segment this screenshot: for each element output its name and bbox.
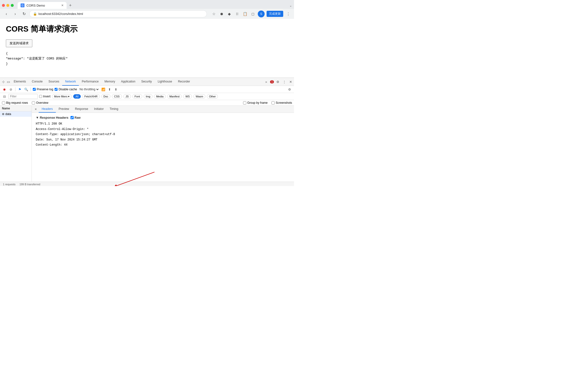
preserve-log-input[interactable] — [33, 88, 36, 91]
group-by-frame-checkbox[interactable] — [243, 101, 246, 105]
details-tab-response[interactable]: Response — [72, 106, 91, 113]
browser-chrome: G CORS Demo ✕ + ⌄ ‹ › ↻ 🔒 localhost:6334… — [0, 0, 294, 19]
refresh-btn[interactable]: ↻ — [21, 11, 27, 17]
upload-icon[interactable]: ⬆ — [107, 87, 112, 92]
details-tab-initiator[interactable]: Initiator — [91, 106, 106, 113]
big-rows-option[interactable]: Big request rows — [2, 101, 28, 105]
devtools-device-icon[interactable]: ▭ — [6, 79, 11, 84]
disable-cache-input[interactable] — [55, 88, 58, 91]
screenshots-checkbox[interactable] — [271, 101, 275, 105]
requests-list: Name ⚙ data — [0, 106, 32, 182]
tab-memory[interactable]: Memory — [102, 78, 118, 86]
filter-other-btn[interactable]: Other — [207, 94, 218, 99]
tab-security[interactable]: Security — [138, 78, 155, 86]
record-icon[interactable]: ⏺ — [219, 11, 224, 17]
download-icon[interactable]: ⬇ — [114, 87, 118, 92]
filter-js-btn[interactable]: JS — [123, 94, 131, 99]
details-tab-headers[interactable]: Headers — [39, 106, 56, 113]
close-devtools-icon[interactable]: ✕ — [288, 79, 293, 84]
search-icon[interactable]: 🔍 — [24, 87, 29, 92]
group-by-frame-option[interactable]: Group by frame — [243, 101, 268, 105]
details-tab-timing[interactable]: Timing — [107, 106, 121, 113]
header-line-3: Content-Type: application/json; charset=… — [36, 132, 290, 137]
stop-recording-icon[interactable]: ⏺ — [2, 87, 7, 92]
menu-icon[interactable]: ⋮ — [285, 11, 291, 17]
annotation-arrow — [108, 170, 157, 182]
new-tab-btn[interactable]: + — [68, 3, 73, 8]
filter-media-btn[interactable]: Media — [154, 94, 166, 99]
header-line-1: HTTP/1.1 200 OK — [36, 121, 290, 127]
devtools-tabs: ⊹ ▭ Elements Console Sources Network Per… — [0, 78, 294, 86]
tab-elements[interactable]: Elements — [11, 78, 29, 86]
group-by-frame-label: Group by frame — [247, 101, 268, 105]
tab-lighthouse[interactable]: Lighthouse — [155, 78, 175, 86]
preserve-log-checkbox[interactable]: Preserve log — [33, 88, 53, 91]
tab-sources[interactable]: Sources — [46, 78, 62, 86]
settings-icon[interactable]: ⚙ — [275, 79, 280, 84]
minimize-window-btn[interactable] — [6, 4, 9, 7]
filter-input[interactable] — [8, 94, 38, 99]
filter-manifest-btn[interactable]: Manifest — [167, 94, 182, 99]
details-panel: × Headers Preview Response Initiator Tim… — [32, 106, 294, 182]
overview-checkbox[interactable] — [32, 101, 35, 105]
browser-toolbar-icons: ☆ ⏺ ◆ ⁞⁞ 📋 ◻ S 完成更新 ⋮ — [211, 11, 291, 17]
list-item[interactable]: ⚙ data — [0, 111, 32, 117]
details-tab-preview[interactable]: Preview — [56, 106, 72, 113]
extension-icon3[interactable]: 📋 — [242, 11, 248, 17]
more-options-icon[interactable]: ⋮ — [282, 79, 287, 84]
clear-icon[interactable]: ⊘ — [8, 87, 13, 92]
active-tab[interactable]: G CORS Demo ✕ — [18, 2, 67, 9]
filter-wasm-btn[interactable]: Wasm — [193, 94, 205, 99]
avatar[interactable]: S — [258, 11, 265, 17]
filter-css-btn[interactable]: CSS — [112, 94, 122, 99]
tab-close-btn[interactable]: ✕ — [61, 4, 64, 7]
filter-font-btn[interactable]: Font — [132, 94, 142, 99]
settings-gear-icon[interactable]: ⚙ — [287, 87, 292, 92]
big-rows-checkbox[interactable] — [2, 101, 5, 105]
tab-recorder[interactable]: Recorder — [175, 78, 193, 86]
screenshots-option[interactable]: Screenshots — [271, 101, 292, 105]
devtools-inspect-icon[interactable]: ⊹ — [1, 79, 6, 84]
maximize-window-btn[interactable] — [11, 4, 14, 7]
header-line-4: Date: Sun, 17 Nov 2024 15:24:27 GMT — [36, 137, 290, 143]
requests-count: 1 requests — [3, 183, 15, 186]
filter-img-btn[interactable]: Img — [144, 94, 153, 99]
request-item-name: data — [5, 112, 11, 116]
url-bar[interactable]: 🔒 localhost:63342/cors/index.html — [29, 10, 207, 17]
update-btn[interactable]: 完成更新 — [267, 11, 283, 17]
filter-doc-btn[interactable]: Doc — [101, 94, 111, 99]
back-btn[interactable]: ‹ — [3, 11, 10, 17]
close-window-btn[interactable] — [2, 4, 5, 7]
tab-title: CORS Demo — [26, 4, 45, 7]
send-cors-btn[interactable]: 发送跨域请求 — [6, 39, 32, 47]
filter-icon[interactable]: ⚑ — [17, 87, 22, 92]
separator-1 — [15, 87, 15, 91]
raw-checkbox-input[interactable] — [71, 116, 74, 119]
filter-ws-btn[interactable]: WS — [183, 94, 192, 99]
network-split: Name ⚙ data × Headers Preview Response I… — [0, 106, 294, 182]
tab-console[interactable]: Console — [29, 78, 46, 86]
raw-checkbox[interactable]: Raw — [71, 116, 81, 119]
tab-performance[interactable]: Performance — [79, 78, 102, 86]
tab-application[interactable]: Application — [118, 78, 138, 86]
forward-btn[interactable]: › — [12, 11, 19, 17]
filter-all-btn[interactable]: All — [73, 94, 81, 99]
svg-line-0 — [115, 172, 154, 182]
extension-icon4[interactable]: ◻ — [250, 11, 256, 17]
overview-option[interactable]: Overview — [32, 101, 48, 105]
extension-icon2[interactable]: ⁞⁞ — [234, 11, 240, 17]
more-tabs-icon[interactable]: » — [264, 79, 269, 84]
wifi-icon[interactable]: 📶 — [101, 87, 106, 92]
requests-header: Name — [0, 106, 32, 111]
filter-fetchxhr-btn[interactable]: Fetch/XHR — [82, 94, 100, 99]
invert-input[interactable] — [39, 95, 42, 98]
invert-checkbox[interactable]: Invert — [39, 95, 50, 98]
more-filters-btn[interactable]: More filters ▾ — [52, 94, 72, 99]
details-close-btn[interactable]: × — [33, 106, 39, 113]
error-badge: 1 — [270, 80, 274, 83]
extension-icon1[interactable]: ◆ — [226, 11, 232, 17]
bookmark-icon[interactable]: ☆ — [211, 11, 217, 17]
throttle-select[interactable]: No throttling — [79, 87, 99, 91]
tab-network[interactable]: Network — [62, 78, 79, 86]
disable-cache-checkbox[interactable]: Disable cache — [55, 88, 77, 91]
